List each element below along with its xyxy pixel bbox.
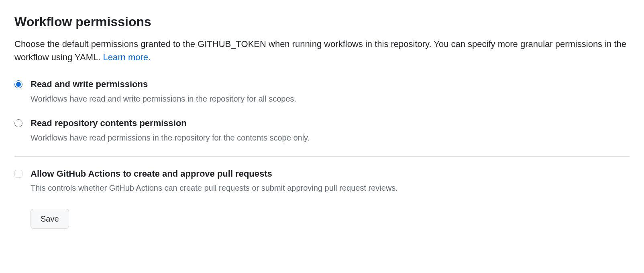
radio-read-write[interactable]: [14, 80, 22, 88]
permission-option-read-only[interactable]: Read repository contents permission Work…: [14, 117, 630, 143]
save-button[interactable]: Save: [31, 209, 69, 229]
permission-option-read-write[interactable]: Read and write permissions Workflows hav…: [14, 78, 630, 104]
checkbox-allow-pr[interactable]: [14, 170, 22, 178]
learn-more-link[interactable]: Learn more.: [103, 52, 151, 62]
radio-read-only[interactable]: [14, 119, 22, 127]
option-body: Read and write permissions Workflows hav…: [31, 78, 630, 104]
option-title: Read and write permissions: [31, 78, 630, 91]
option-body: Read repository contents permission Work…: [31, 117, 630, 143]
divider: [14, 156, 630, 157]
option-description: Workflows have read permissions in the r…: [31, 132, 630, 143]
option-title: Allow GitHub Actions to create and appro…: [31, 168, 630, 180]
option-body: Allow GitHub Actions to create and appro…: [31, 168, 630, 194]
button-row: Save: [14, 209, 630, 229]
section-description: Choose the default permissions granted t…: [14, 37, 630, 64]
option-description: Workflows have read and write permission…: [31, 93, 630, 104]
section-title: Workflow permissions: [14, 14, 630, 29]
option-title: Read repository contents permission: [31, 117, 630, 130]
allow-pr-option[interactable]: Allow GitHub Actions to create and appro…: [14, 168, 630, 194]
option-description: This controls whether GitHub Actions can…: [31, 182, 630, 194]
